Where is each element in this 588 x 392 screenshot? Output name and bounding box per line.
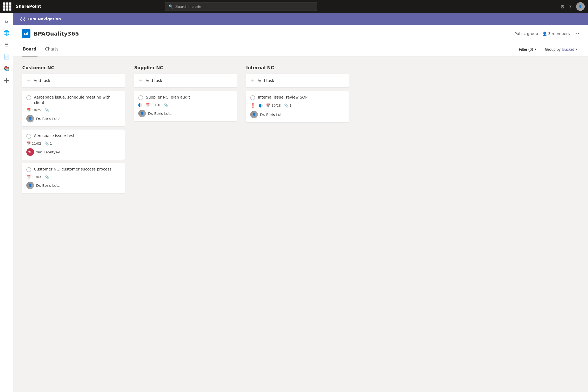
task-meta-3: 📅 11/03 📎 1 xyxy=(26,175,120,179)
task-card-aerospace-test[interactable]: Aerospace issue: test 📅 11/02 📎 1 xyxy=(22,129,125,160)
assignee-avatar-4: 👤 xyxy=(138,110,146,117)
assignee-avatar-2: YL xyxy=(26,148,34,156)
sidebar-item-document[interactable]: 📄 xyxy=(1,51,12,62)
column-supplier-nc: Supplier NC + Add task Supplier NC: plan… xyxy=(134,65,237,392)
help-icon[interactable]: ? xyxy=(569,4,572,10)
task-complete-circle-1[interactable] xyxy=(26,95,31,100)
task-complete-circle-3[interactable] xyxy=(26,167,31,172)
members-area[interactable]: 👤 3 members xyxy=(542,31,570,36)
add-task-supplier-nc[interactable]: + Add task xyxy=(134,74,237,87)
add-icon-internal-nc: + xyxy=(251,78,255,83)
task-meta-4: 📅 11/10 📎 1 xyxy=(138,103,232,107)
progress-half-icon-5 xyxy=(259,104,263,108)
paperclip-icon-1: 📎 xyxy=(45,108,49,112)
bpa-nav-label: BPA Navigation xyxy=(28,17,61,21)
task-attachments-2: 📎 1 xyxy=(45,141,52,146)
site-title: BPAQuality365 xyxy=(34,30,79,37)
task-date-1: 📅 10/25 xyxy=(26,108,41,112)
tab-board[interactable]: Board xyxy=(22,42,37,56)
task-complete-circle-2[interactable] xyxy=(26,134,31,139)
search-bar[interactable]: 🔍 xyxy=(165,2,317,11)
bpa-nav-bar: ❮❮ BPA Navigation xyxy=(13,13,588,25)
task-card-supplier-audit[interactable]: Supplier NC: plan audit 📅 11/10 � xyxy=(134,91,237,121)
sharepoint-logo: SharePoint xyxy=(16,4,41,9)
assignee-name-5: Dr. Boris Lutz xyxy=(260,113,283,117)
column-title-internal-nc: Internal NC xyxy=(246,65,349,70)
task-complete-circle-4[interactable] xyxy=(138,95,143,100)
add-task-internal-nc[interactable]: + Add task xyxy=(246,74,349,87)
list-icon: ☰ xyxy=(4,42,8,48)
site-header: sd BPAQuality365 Public group 👤 3 member… xyxy=(13,25,588,42)
task-footer-1: 👤 Dr. Boris Lutz xyxy=(26,115,120,122)
task-card-aerospace-meeting[interactable]: Aerospace issue: schedule meeting with c… xyxy=(22,91,125,127)
calendar-icon-3: 📅 xyxy=(26,175,31,179)
task-priority-5: ❗ xyxy=(250,103,256,108)
task-header-1: Aerospace issue: schedule meeting with c… xyxy=(26,95,120,105)
content-area: ❮❮ BPA Navigation sd BPAQuality365 Publi… xyxy=(13,13,588,392)
task-card-customer-success[interactable]: Customer NC: customer success process 📅 … xyxy=(22,163,125,193)
task-footer-2: YL Yuri Leontyev xyxy=(26,148,120,156)
assignee-avatar-3: 👤 xyxy=(26,182,34,189)
library-icon: 📚 xyxy=(4,66,10,71)
sidebar-item-globe[interactable]: 🌐 xyxy=(1,27,12,38)
column-title-customer-nc: Customer NC xyxy=(22,65,125,70)
sidebar-item-list[interactable]: ☰ xyxy=(1,39,12,50)
paperclip-icon-5: 📎 xyxy=(284,103,289,108)
task-attachments-4: 📎 1 xyxy=(164,103,171,107)
group-by-button[interactable]: Group by Bucket ▾ xyxy=(543,46,579,53)
assignee-name-2: Yuri Leontyev xyxy=(36,150,60,154)
sidebar-item-home[interactable]: ⌂ xyxy=(1,15,12,26)
task-meta-5: ❗ 📅 10/28 📎 1 xyxy=(250,103,344,108)
app-layout: ⌂ 🌐 ☰ 📄 📚 ➕ ❮❮ BPA Navigation sd xyxy=(0,13,588,392)
assignee-name-1: Dr. Boris Lutz xyxy=(36,117,60,121)
task-attachments-3: 📎 1 xyxy=(45,175,52,179)
priority-urgent-icon-5: ❗ xyxy=(250,103,256,108)
paperclip-icon-2: 📎 xyxy=(45,141,49,146)
board-tabs: Board Charts xyxy=(22,42,66,56)
assignee-avatar-1: 👤 xyxy=(26,115,34,122)
task-card-internal-sop[interactable]: Internal issue: review SOP ❗ 📅 10 xyxy=(246,91,349,122)
bpa-nav-chevron-icon: ❮❮ xyxy=(20,17,26,21)
members-count: 3 members xyxy=(548,31,570,36)
task-date-3: 📅 11/03 xyxy=(26,175,41,179)
task-title-2: Aerospace issue: test xyxy=(34,133,75,139)
site-title-area: sd BPAQuality365 xyxy=(22,29,79,38)
add-icon-supplier-nc: + xyxy=(139,78,143,83)
search-input[interactable] xyxy=(175,4,314,9)
tab-charts[interactable]: Charts xyxy=(44,42,60,56)
sidebar-item-library[interactable]: 📚 xyxy=(1,63,12,74)
sidebar-item-add[interactable]: ➕ xyxy=(1,75,12,86)
task-attachments-1: 📎 1 xyxy=(45,108,52,112)
add-task-customer-nc[interactable]: + Add task xyxy=(22,74,125,87)
column-customer-nc: Customer NC + Add task Aerospace issue: … xyxy=(22,65,125,392)
board-content: Customer NC + Add task Aerospace issue: … xyxy=(13,56,588,392)
board-toolbar: Board Charts Filter (0) ▾ Group by Bucke… xyxy=(13,42,588,56)
add-task-label-internal-nc: Add task xyxy=(258,78,274,83)
search-icon: 🔍 xyxy=(168,4,173,9)
settings-icon[interactable]: ⚙ xyxy=(560,4,565,10)
members-icon: 👤 xyxy=(542,31,547,36)
task-complete-circle-5[interactable] xyxy=(250,95,255,100)
task-footer-5: 👤 Dr. Boris Lutz xyxy=(250,111,344,118)
add-icon: ➕ xyxy=(4,78,10,83)
paperclip-icon-3: 📎 xyxy=(45,175,49,179)
top-bar-actions: ⚙ ? 👤 xyxy=(560,2,585,11)
more-options-button[interactable]: ··· xyxy=(574,30,579,37)
task-progress-5 xyxy=(259,104,263,108)
sidebar: ⌂ 🌐 ☰ 📄 📚 ➕ xyxy=(0,13,13,392)
task-date-4: 📅 11/10 xyxy=(145,103,160,107)
task-title-4: Supplier NC: plan audit xyxy=(146,95,190,100)
task-title-3: Customer NC: customer success process xyxy=(34,167,111,172)
app-grid-icon[interactable] xyxy=(3,2,11,11)
add-task-label-customer-nc: Add task xyxy=(34,78,50,83)
user-avatar[interactable]: 👤 xyxy=(576,2,585,11)
document-icon: 📄 xyxy=(4,54,10,59)
add-task-label-supplier-nc: Add task xyxy=(146,78,162,83)
task-meta-2: 📅 11/02 📎 1 xyxy=(26,141,120,146)
filter-button[interactable]: Filter (0) ▾ xyxy=(517,46,538,53)
task-header-4: Supplier NC: plan audit xyxy=(138,95,232,100)
column-internal-nc: Internal NC + Add task Internal issue: r… xyxy=(246,65,349,392)
assignee-name-4: Dr. Boris Lutz xyxy=(148,112,171,116)
task-footer-4: 👤 Dr. Boris Lutz xyxy=(138,110,232,117)
calendar-icon-4: 📅 xyxy=(145,103,150,107)
